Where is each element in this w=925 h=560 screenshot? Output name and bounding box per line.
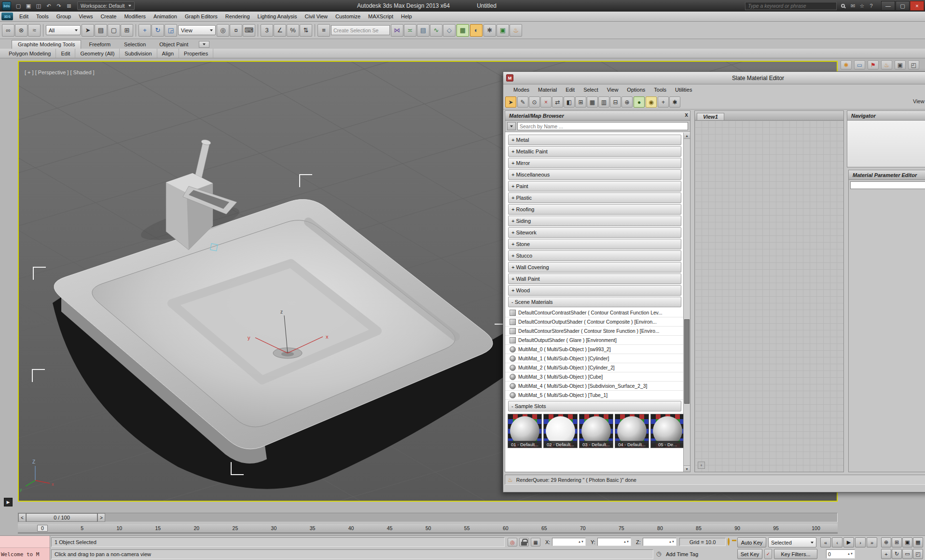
options-icon[interactable]: ✱ [669,96,680,108]
selection-filter-dropdown[interactable]: All [46,25,81,35]
browser-category[interactable]: + Roofing [508,204,681,215]
help-icon[interactable]: ? [867,2,875,10]
next-frame-button[interactable]: > [97,513,105,522]
spinner-arrows[interactable]: ▲▼ [578,541,584,543]
slate-menu-item[interactable]: Select [579,84,603,95]
mirror-icon[interactable]: ⋈ [391,24,403,37]
select-and-scale-icon[interactable]: ◲ [165,24,177,37]
ribbon-tab[interactable]: Freeform [83,41,116,49]
ribbon-tab[interactable]: Graphite Modeling Tools [12,40,81,49]
select-and-move-icon[interactable]: + [138,24,151,37]
menu-item[interactable]: Civil View [301,12,331,21]
slate-material-editor-window[interactable]: M Slate Material Editor ModesMaterialEdi… [503,71,925,492]
browser-category[interactable]: + Mirror [508,158,681,168]
curve-editor-icon[interactable]: ∿ [430,24,442,37]
workspace-dropdown[interactable]: Workspace: Default [77,1,135,10]
material-entry[interactable]: DefaultContourContrastShader ( Contour C… [505,308,683,317]
selected-set-dropdown[interactable]: Selected [768,537,816,547]
material-entry[interactable]: MultiMat_3 ( Multi/Sub-Object ) [Cube] [505,372,683,382]
window-crossing-icon[interactable]: ⊞ [121,24,133,37]
menu-item[interactable]: Customize [331,12,364,21]
search-icon[interactable] [839,2,847,10]
maximize-viewport-icon[interactable]: ◰ [913,549,923,559]
browser-category[interactable]: + Wood [508,285,681,296]
show-grid-icon[interactable]: ⊞ [575,96,586,108]
app-logo-icon[interactable]: 3ds [2,1,11,11]
parameter-editor-header[interactable]: Material Parameter Editor [849,170,925,180]
sample-slot[interactable]: 02 - Default... [543,414,578,448]
play-button[interactable]: ▶ [843,537,854,547]
menu-item[interactable]: Edit [15,12,32,21]
material-entry[interactable]: MultiMat_1 ( Multi/Sub-Object ) [Cylinde… [505,354,683,363]
browser-category[interactable]: + Paint [508,181,681,191]
maxscript-mini-listener[interactable]: Welcome to M [0,536,50,560]
flag-icon[interactable]: ⚑ [868,60,879,69]
delete-selected-icon[interactable]: × [540,96,552,108]
display-settings-icon[interactable]: ▭ [854,60,865,69]
new-scene-icon[interactable]: ▢ [14,1,23,10]
slate-menu-item[interactable]: Edit [561,84,579,95]
menu-item[interactable]: Views [75,12,97,21]
x-coordinate-field[interactable]: ▲▼ [552,538,586,546]
material-entry[interactable]: DefaultContourStoreShader ( Contour Stor… [505,327,683,336]
browser-list[interactable]: + Metal+ Metallic Paint+ Mirror+ Miscell… [505,133,683,472]
zoom-extents-all-icon[interactable]: ▦ [913,537,923,547]
browser-scrollbar[interactable]: ▲ ▼ [683,133,690,472]
viewport-config-icon[interactable]: ✱ [841,60,852,69]
spinner-snap-icon[interactable]: ⇅ [300,24,312,37]
menu-item[interactable]: Animation [150,12,181,21]
monitor-icon[interactable]: ▣ [895,60,906,69]
align-icon[interactable]: ≍ [404,24,416,37]
ribbon-minimize-button[interactable] [199,41,209,48]
slate-menu-item[interactable]: Utilities [671,84,696,95]
material-id-channel-icon[interactable]: ⊟ [610,96,621,108]
time-slider-handle[interactable]: 0 / 100 [26,513,97,522]
slate-menu-item[interactable]: Material [534,84,561,95]
y-coordinate-field[interactable]: ▲▼ [597,538,631,546]
material-editor-icon[interactable]: ◐ [470,24,483,37]
rendered-frame-window-icon[interactable]: ▣ [497,24,509,37]
pick-material-icon[interactable]: ✎ [517,96,528,108]
select-tool-icon[interactable]: ➤ [505,96,516,108]
zoom-tool-icon[interactable]: ⊕ [621,96,633,108]
material-entry[interactable]: MultiMat_2 ( Multi/Sub-Object ) [Cylinde… [505,363,683,372]
layer-manager-icon[interactable]: ▤ [417,24,429,37]
walk-through-icon[interactable]: ▭ [902,549,912,559]
select-and-link-icon[interactable]: ∞ [2,24,14,37]
slate-view-panel[interactable]: View1 + [694,110,844,472]
slate-titlebar[interactable]: M Slate Material Editor [503,72,925,84]
reference-coordinate-dropdown[interactable]: View [178,25,216,35]
zoom-all-icon[interactable]: ⊞ [892,537,902,547]
close-button[interactable]: × [910,1,924,11]
previous-frame-button[interactable]: ‹ [832,537,842,547]
current-frame-field[interactable]: 0▲▼ [826,549,855,559]
open-file-icon[interactable]: ▣ [24,1,33,10]
sample-slot[interactable]: 04 - Default... [615,414,649,448]
selection-lock-icon[interactable] [519,538,529,546]
maximize-icon[interactable]: ◰ [908,60,919,69]
ribbon-panel[interactable]: Polygon Modeling [4,49,56,58]
time-slider[interactable]: < 0 / 100 > [18,513,838,522]
keyboard-override-icon[interactable]: ⌨ [243,24,255,37]
view1-tab[interactable]: View1 [697,113,724,120]
assign-material-icon[interactable]: ⊙ [529,96,540,108]
schematic-view-icon[interactable]: ◇ [443,24,456,37]
infocenter-search-input[interactable] [745,2,837,10]
auto-key-button[interactable]: Auto Key [737,537,766,547]
select-by-name-icon[interactable]: ▤ [95,24,107,37]
pan-icon[interactable]: + [881,549,891,559]
zoom-extents-icon[interactable]: ▣ [902,537,912,547]
keyable-filter-icon[interactable]: ✓ [764,549,772,559]
menu-item[interactable]: Modifiers [120,12,150,21]
edit-named-selections-icon[interactable]: ≡ [318,24,330,37]
sample-slot[interactable]: 01 - Default... [508,414,542,448]
isolate-selection-icon[interactable]: ◎ [508,538,517,546]
browser-header[interactable]: Material/Map Browser x [505,111,690,121]
key-filters-button[interactable]: Key Filters... [774,549,817,559]
angle-snap-icon[interactable]: ∠ [274,24,286,37]
listener-text[interactable]: Welcome to M [0,548,50,560]
slate-menu-item[interactable]: Modes [509,84,534,95]
slate-menu-item[interactable]: Options [622,84,649,95]
bind-to-spacewarp-icon[interactable]: ≈ [28,24,41,37]
scroll-up-icon[interactable]: ▲ [684,133,690,139]
